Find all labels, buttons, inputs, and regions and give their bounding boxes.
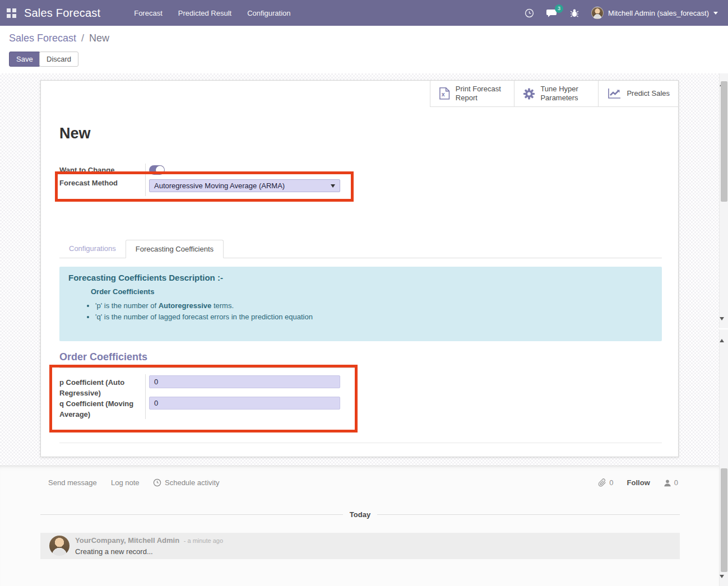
scroll-up-icon[interactable] (720, 73, 728, 81)
forecast-method-select[interactable]: Autoregressive Moving Average (ARMA) (149, 179, 340, 192)
clock-icon (153, 478, 161, 487)
follow-button[interactable]: Follow (627, 478, 650, 487)
chatter: Send message Log note Schedule activity … (0, 466, 719, 586)
message-item: YourCompany, Mitchell Admin - a minute a… (40, 533, 680, 559)
excel-file-icon: x (439, 87, 450, 100)
app-title: Sales Forecast (24, 7, 100, 20)
scroll-down-icon[interactable] (720, 578, 728, 586)
user-menu[interactable]: Mitchell Admin (sales_forecast) (591, 7, 718, 19)
messages-icon[interactable]: 3 (546, 8, 558, 18)
inner-scrollbar-thumb[interactable] (721, 81, 727, 202)
dropdown-caret-icon (331, 184, 335, 188)
gear-icon (523, 87, 535, 100)
info-bullet-list: 'p' is the number of Autoregressive term… (83, 300, 653, 323)
toggle-knob (156, 166, 164, 174)
message-author[interactable]: YourCompany, Mitchell Admin (75, 536, 179, 545)
bug-icon[interactable] (570, 8, 579, 18)
messages-badge: 3 (555, 4, 563, 13)
p-coefficient-label: p Coefficient (Auto Regressive) (59, 377, 145, 398)
save-button[interactable]: Save (9, 52, 40, 67)
info-bullet: 'p' is the number of Autoregressive term… (95, 300, 653, 311)
user-avatar (591, 7, 604, 19)
message-time: - a minute ago (184, 537, 223, 544)
outer-scrollbar-thumb[interactable] (721, 468, 727, 572)
breadcrumb: Sales Forecast / New (9, 32, 109, 44)
section-heading-order-coefficients: Order Coefficients (59, 351, 355, 368)
person-icon (664, 479, 671, 487)
info-bullet: 'q' is the number of lagged forecast err… (95, 311, 653, 323)
field-column-separator (145, 164, 146, 196)
record-title: New (59, 125, 91, 142)
caret-down-icon (713, 12, 718, 15)
tab-configurations[interactable]: Configurations (59, 240, 126, 258)
control-panel: Sales Forecast / New Save Discard (0, 26, 728, 73)
outer-scrollbar[interactable] (719, 329, 728, 586)
followers-button[interactable]: 0 (664, 478, 678, 487)
attachments-button[interactable]: 0 (598, 478, 613, 487)
statusbar: x Print Forecast Report Tune Hyper Param… (430, 81, 678, 107)
svg-text:x: x (442, 91, 445, 97)
content-area: x Print Forecast Report Tune Hyper Param… (0, 73, 719, 586)
main-menu: Forecast Predicted Result Configuration (134, 9, 290, 17)
user-name: Mitchell Admin (sales_forecast) (608, 9, 709, 17)
want-to-change-toggle[interactable] (149, 165, 165, 175)
menu-predicted-result[interactable]: Predicted Result (178, 9, 231, 17)
field-column-separator (145, 374, 146, 419)
top-navbar: Sales Forecast Forecast Predicted Result… (0, 0, 728, 26)
breadcrumb-link[interactable]: Sales Forecast (9, 32, 76, 44)
message-body: Creating a new record... (75, 547, 153, 556)
log-note-button[interactable]: Log note (111, 478, 140, 487)
info-box: Forecasting Coefficients Description :- … (59, 267, 662, 341)
menu-forecast[interactable]: Forecast (134, 9, 163, 17)
message-avatar (49, 536, 69, 556)
app-window: Sales Forecast Forecast Predicted Result… (0, 0, 728, 586)
forecast-method-label: Forecast Method (59, 178, 145, 188)
today-label: Today (343, 510, 377, 519)
forecast-method-value: Autoregressive Moving Average (ARMA) (154, 182, 285, 190)
inner-scrollbar[interactable] (719, 73, 728, 328)
p-coefficient-input[interactable] (149, 375, 340, 388)
follower-count: 0 (674, 478, 678, 487)
paperclip-icon (598, 478, 606, 487)
info-box-title: Forecasting Coefficients Description :- (68, 273, 653, 282)
breadcrumb-current: New (89, 32, 109, 44)
activity-clock-icon[interactable] (525, 8, 534, 18)
q-coefficient-input[interactable] (149, 397, 340, 410)
tab-forecasting-coefficients[interactable]: Forecasting Coefficients (126, 240, 224, 258)
send-message-button[interactable]: Send message (48, 478, 97, 487)
today-divider: Today (40, 510, 680, 519)
tune-hyper-parameters-button[interactable]: Tune Hyper Parameters (514, 81, 598, 106)
form-sheet: x Print Forecast Report Tune Hyper Param… (40, 80, 679, 457)
predict-sales-button[interactable]: Predict Sales (598, 81, 678, 106)
discard-button[interactable]: Discard (39, 52, 78, 67)
scroll-down-icon[interactable] (720, 320, 728, 328)
systray: 3 Mitchell Admin (sales_forecast) (525, 7, 728, 19)
info-box-subtitle: Order Coefficients (91, 287, 653, 296)
form-bottom-divider (59, 443, 662, 443)
q-coefficient-label: q Coefficient (Moving Average) (59, 398, 145, 420)
print-forecast-report-button[interactable]: x Print Forecast Report (430, 81, 514, 106)
apps-menu-icon[interactable] (7, 8, 16, 18)
line-chart-icon (607, 87, 622, 100)
schedule-activity-button[interactable]: Schedule activity (153, 478, 220, 487)
attachment-count: 0 (609, 478, 613, 487)
chatter-right-controls: 0 Follow 0 (598, 478, 678, 487)
notebook-tabs: Configurations Forecasting Coefficients (59, 240, 662, 258)
want-to-change-label: Want to Change (59, 165, 145, 175)
menu-configuration[interactable]: Configuration (247, 9, 290, 17)
breadcrumb-separator: / (81, 32, 84, 44)
scroll-up-icon[interactable] (720, 329, 728, 337)
